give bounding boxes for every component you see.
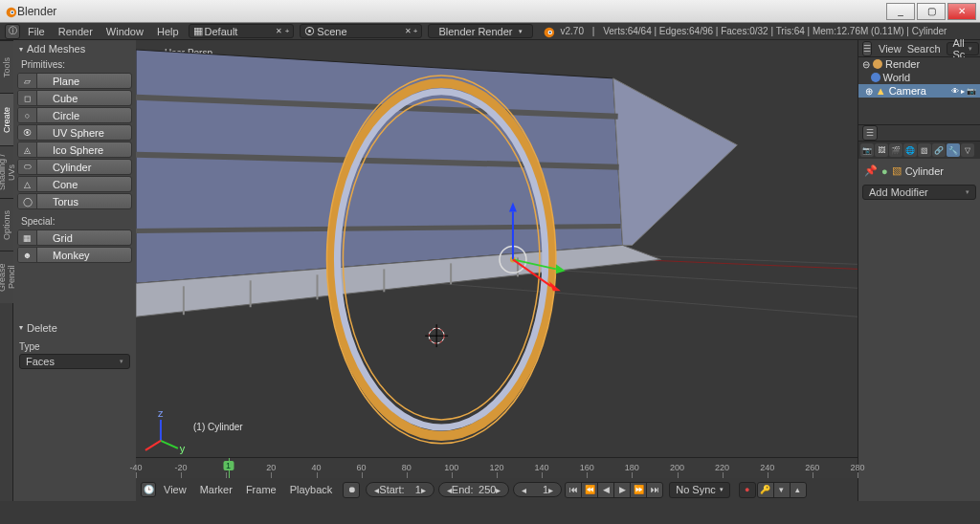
add-icosphere-button[interactable]: ◬Ico Sphere	[17, 142, 132, 158]
icosphere-icon: ◬	[18, 142, 37, 157]
timeline-tick-label: 200	[670, 463, 684, 472]
add-modifier-dropdown[interactable]: Add Modifier	[862, 185, 976, 200]
delete-keyframe-button[interactable]: ▴	[790, 482, 807, 498]
menu-help[interactable]: Help	[150, 26, 186, 37]
tab-grease-pencil[interactable]: Grease Pencil	[0, 251, 13, 303]
3d-cursor-icon	[425, 324, 448, 347]
version-label: v2.70	[561, 26, 584, 36]
timeline-menu-view[interactable]: View	[157, 484, 193, 495]
outliner-display-dropdown[interactable]: All Sc	[947, 42, 980, 55]
tab-create[interactable]: Create	[0, 93, 13, 145]
right-panel: ☰ View Search All Sc ⊖ Render World ⊕ ▲C…	[858, 40, 980, 501]
axis-widget: z y	[145, 407, 186, 454]
play-button[interactable]: ▶	[613, 482, 631, 498]
jump-end-button[interactable]: ⏭	[646, 482, 663, 498]
record-button[interactable]: ●	[739, 482, 756, 498]
timeline-tick	[317, 472, 318, 478]
timeline-menu-playback[interactable]: Playback	[283, 484, 340, 495]
menu-file[interactable]: File	[21, 26, 52, 37]
maximize-button[interactable]: ▢	[917, 3, 946, 20]
stats-label: |	[590, 26, 597, 36]
add-meshes-header[interactable]: Add Meshes	[13, 40, 136, 57]
engine-label: Blender Render	[438, 26, 512, 37]
3d-viewport[interactable]: User Persp	[136, 40, 858, 457]
svg-text:z: z	[158, 407, 164, 419]
timeline-menu-marker[interactable]: Marker	[193, 484, 239, 495]
tab-world-icon[interactable]: 🌐	[903, 143, 917, 157]
tab-shading-uvs[interactable]: Shading / UVs	[0, 145, 13, 198]
timeline-tick	[542, 472, 543, 478]
cone-icon: △	[18, 177, 37, 191]
menu-window[interactable]: Window	[100, 26, 150, 37]
pin-icon[interactable]: 📌	[864, 164, 878, 177]
timeline-tick-label: 180	[625, 463, 639, 472]
timeline-menu-frame[interactable]: Frame	[239, 484, 283, 495]
scene-dropdown[interactable]: ⦿ Scene ✕ +	[300, 24, 422, 38]
add-cylinder-button[interactable]: ⬭Cylinder	[17, 159, 132, 175]
timeline-tick	[813, 472, 813, 478]
jump-start-button[interactable]: ⏮	[565, 482, 582, 498]
timeline-tick-label: 100	[444, 463, 458, 472]
add-circle-button[interactable]: ○Circle	[17, 107, 132, 123]
screen-layout-dropdown[interactable]: ▦ Default ✕ +	[189, 24, 295, 38]
start-frame-field[interactable]: ◂ Start: 1 ▸	[366, 482, 434, 497]
delete-type-dropdown[interactable]: Faces	[19, 354, 130, 369]
timeline-tick-label: 120	[489, 463, 503, 472]
editor-type-timeline-icon[interactable]: 🕒	[141, 482, 156, 497]
timeline-tick	[226, 472, 227, 478]
outliner-menu-view[interactable]: View	[879, 43, 902, 55]
timeline-tick-label: -40	[129, 463, 142, 472]
add-uvsphere-button[interactable]: ⦿UV Sphere	[17, 124, 132, 141]
close-button[interactable]: ✕	[947, 3, 976, 20]
tab-render-layers-icon[interactable]: 🖼	[875, 143, 888, 157]
tab-constraints-icon[interactable]: 🔗	[932, 143, 946, 157]
add-plane-button[interactable]: ▱Plane	[17, 73, 132, 89]
tab-scene-icon[interactable]: 🎬	[889, 143, 902, 157]
timeline-tick	[632, 472, 633, 478]
editor-type-properties-icon[interactable]: ☰	[862, 125, 878, 141]
tab-render-icon[interactable]: 📷	[860, 143, 874, 157]
viewport-column: User Persp	[136, 40, 858, 501]
tab-object-icon[interactable]: ▧	[918, 143, 931, 157]
outliner-menu-search[interactable]: Search	[907, 43, 941, 55]
keying-set-dropdown[interactable]: 🔑	[757, 482, 774, 498]
keyframe-prev-button[interactable]: ⏪	[581, 482, 598, 498]
minimize-button[interactable]: _	[886, 3, 915, 20]
add-grid-button[interactable]: ▦Grid	[17, 229, 132, 246]
timeline-tick	[136, 472, 137, 478]
play-reverse-button[interactable]: ◀	[597, 482, 614, 498]
timeline-ruler[interactable]: -40-200204060801001201401601802002202402…	[136, 457, 858, 478]
editor-type-outliner-icon[interactable]: ☰	[862, 41, 872, 56]
scene-label: Scene	[317, 26, 346, 37]
timeline-tick	[497, 472, 498, 478]
menu-render[interactable]: Render	[52, 26, 100, 37]
cylinder-icon: ⬭	[18, 160, 37, 174]
add-torus-button[interactable]: ◯Torus	[17, 193, 132, 209]
blender-logo-icon	[4, 5, 17, 18]
render-engine-dropdown[interactable]: Blender Render ▾	[428, 24, 532, 38]
timeline-tick-label: 80	[402, 463, 412, 472]
keyframe-next-button[interactable]: ⏩	[630, 482, 647, 498]
delete-panel-header[interactable]: Delete	[13, 319, 136, 337]
window-titlebar: Blender _ ▢ ✕	[0, 0, 980, 23]
current-frame-field[interactable]: ◂ 1 ▸	[513, 482, 562, 497]
editor-type-icon[interactable]: ⓘ	[5, 24, 20, 39]
tab-modifiers-icon[interactable]: 🔧	[947, 143, 960, 157]
auto-keyframe-button[interactable]: ⏺	[343, 482, 360, 498]
sync-dropdown[interactable]: No Sync▾	[669, 482, 730, 498]
add-cube-button[interactable]: ◻Cube	[17, 90, 132, 106]
outliner-tree[interactable]: ⊖ Render World ⊕ ▲Camera👁 ▸ 📷	[858, 57, 980, 124]
insert-keyframe-button[interactable]: ▾	[773, 482, 791, 498]
timeline-tick-label: 140	[535, 463, 549, 472]
tab-tools[interactable]: Tools	[0, 40, 13, 93]
outliner-camera-row[interactable]: ⊕ ▲Camera👁 ▸ 📷	[858, 84, 980, 98]
outliner-world-row[interactable]: World	[858, 71, 980, 84]
timeline-tick-label: 160	[580, 463, 594, 472]
end-frame-field[interactable]: ◂ End: 250 ▸	[438, 482, 510, 497]
special-label: Special:	[13, 214, 136, 229]
tab-data-icon[interactable]: ▽	[961, 143, 974, 157]
tab-options[interactable]: Options	[0, 198, 13, 251]
add-cone-button[interactable]: △Cone	[17, 176, 132, 192]
add-monkey-button[interactable]: ☻Monkey	[17, 247, 132, 263]
outliner-scene-row[interactable]: ⊖ Render	[858, 57, 980, 71]
